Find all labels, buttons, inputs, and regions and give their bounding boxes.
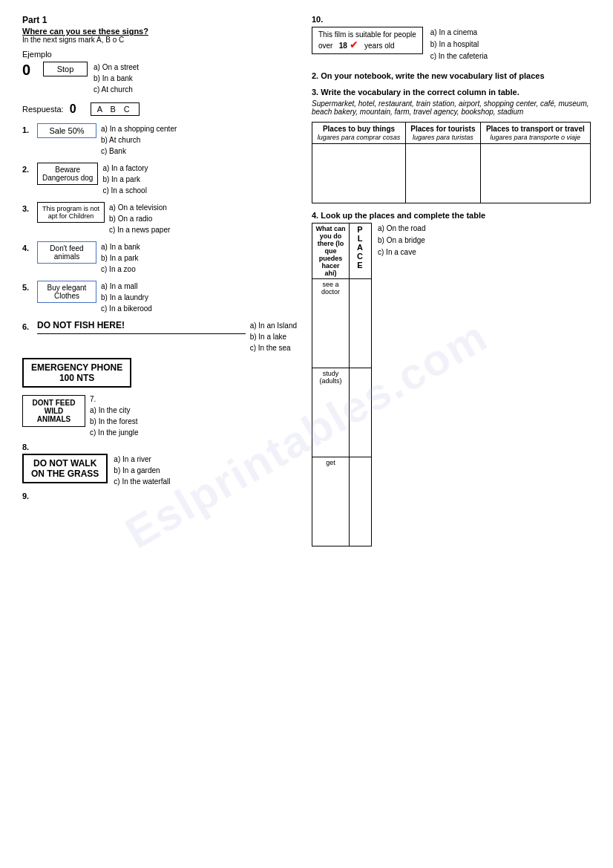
q7-dontfeed-sign: DONT FEED WILD ANIMALS bbox=[22, 395, 85, 427]
part1-subtitle: In the next signs mark A, B o C bbox=[22, 36, 297, 44]
q2-title: 2. On your notebook, write the new vocab… bbox=[312, 71, 591, 80]
q8-options: a) In a river b) In a garden c) In the w… bbox=[114, 454, 170, 487]
ejemplo-option-b: b) In a bank bbox=[94, 73, 139, 84]
q2-sign: Beware Dangerous dog bbox=[37, 163, 98, 185]
q3-option-c: c) In a news paper bbox=[109, 224, 170, 235]
q8-option-c: c) In the waterfall bbox=[114, 476, 170, 487]
emergency-line2: 100 NTS bbox=[31, 373, 122, 383]
right-column: 10. This film is suitable for peopleover… bbox=[312, 15, 591, 554]
page-container: Part 1 Where can you see these signs? In… bbox=[22, 15, 591, 554]
q3-title: 3. Write the vocabulary in the correct c… bbox=[312, 88, 591, 97]
q2-option-a: a) In a factory bbox=[102, 163, 148, 174]
q1-option-b: b) At church bbox=[101, 134, 177, 146]
q1-sign: Sale 50% bbox=[37, 123, 96, 138]
place-row-1: see a doctor bbox=[312, 279, 350, 368]
film-option-a: a) In a cinema bbox=[430, 27, 488, 39]
emergency-line1: EMERGENCY PHONE bbox=[31, 362, 122, 373]
question-2: 2. Beware Dangerous dog a) In a factory … bbox=[22, 163, 297, 196]
q6-options: a) In an Island b) In a lake c) In the s… bbox=[250, 320, 297, 353]
vocab-list: Supermarket, hotel, restaurant, train st… bbox=[312, 99, 591, 116]
q8-number: 8. bbox=[22, 443, 297, 451]
q7-option-c: c) In the jungle bbox=[90, 427, 139, 438]
q4-option-b: b) In a park bbox=[101, 252, 140, 264]
q5-sign: Buy elegant Clothes bbox=[37, 281, 96, 303]
q8-sign-line1: DO NOT WALK bbox=[31, 458, 99, 469]
q6-number: 6. bbox=[22, 320, 33, 331]
place-option-a: a) On the road bbox=[378, 223, 425, 235]
place-option-c: c) In a cave bbox=[378, 247, 425, 258]
film-box-text: This film is suitable for peopleover 18 … bbox=[318, 30, 416, 50]
film-box: This film is suitable for peopleover 18 … bbox=[312, 27, 423, 54]
respuesta-abc: A B C bbox=[91, 102, 140, 116]
q8-option-b: b) In a garden bbox=[114, 465, 170, 476]
q4-sign: Don't feed animals bbox=[37, 241, 96, 264]
film-option-b: b) In a hospital bbox=[430, 39, 488, 50]
vocab-col3-header: Places to transport or travel lugares pa… bbox=[480, 123, 590, 144]
q3-number: 3. bbox=[22, 202, 33, 213]
question-1: 1. Sale 50% a) In a shopping center b) A… bbox=[22, 123, 297, 157]
vocab-cell-1 bbox=[312, 144, 406, 203]
respuesta-row: Respuesta: 0 A B C bbox=[22, 102, 297, 116]
ejemplo-option-a: a) On a street bbox=[94, 62, 139, 73]
q2-options: a) In a factory b) In a park c) In a sch… bbox=[102, 163, 148, 196]
q7-dontfeed-line3: ANIMALS bbox=[29, 415, 79, 423]
film-row: This film is suitable for peopleover 18 … bbox=[312, 27, 591, 62]
section-10: 10. This film is suitable for peopleover… bbox=[312, 15, 591, 62]
section-4: 4. Look up the places and complete the t… bbox=[312, 211, 591, 546]
q6-sign: DO NOT FISH HERE! bbox=[37, 320, 246, 330]
place-options: a) On the road b) On a bridge c) In a ca… bbox=[378, 223, 425, 258]
q5-option-a: a) In a mall bbox=[101, 281, 152, 292]
q1-options: a) In a shopping center b) At church c) … bbox=[101, 123, 177, 157]
ejemplo-options: a) On a street b) In a bank c) At church bbox=[94, 62, 139, 95]
q2-option-c: c) In a school bbox=[102, 185, 148, 196]
q2-number: 2. bbox=[22, 163, 33, 174]
place-row-1-place bbox=[350, 279, 372, 368]
q5-option-b: b) In a laundry bbox=[101, 292, 152, 303]
ejemplo-option-c: c) At church bbox=[94, 84, 139, 95]
q1-option-c: c) Bank bbox=[101, 146, 177, 157]
emergency-box: EMERGENCY PHONE 100 NTS bbox=[22, 358, 131, 388]
vocab-cell-2 bbox=[406, 144, 481, 203]
place-row-2-place bbox=[350, 368, 372, 457]
q4-option-a: a) In a bank bbox=[101, 241, 140, 252]
q10-label: 10. bbox=[312, 15, 591, 24]
place-row-3-place bbox=[350, 457, 372, 546]
q3-option-a: a) On a television bbox=[109, 202, 170, 213]
question-6: 6. DO NOT FISH HERE! a) In an Island b) … bbox=[22, 320, 297, 353]
q8-sign: DO NOT WALK ON THE GRASS bbox=[22, 454, 108, 483]
q7-option-a: a) In the city bbox=[90, 405, 139, 416]
ejemplo-sign: Stop bbox=[43, 62, 88, 76]
q8-option-a: a) In a river bbox=[114, 454, 170, 465]
vocab-table: Places to buy things lugares para compra… bbox=[312, 122, 591, 203]
vocab-col2-header: Places for tourists lugares para turista… bbox=[406, 123, 481, 144]
part1-title: Where can you see these signs? bbox=[22, 27, 297, 36]
film-option-c: c) In the cafeteria bbox=[430, 50, 488, 62]
q3-options: a) On a television b) On a radio c) In a… bbox=[109, 202, 170, 235]
vocab-cell-3 bbox=[480, 144, 590, 203]
question-3: 3. This program is not apt for Children … bbox=[22, 202, 297, 235]
q4-option-c: c) In a zoo bbox=[101, 264, 140, 275]
place-table-section: What can you do there (lo que puedes hac… bbox=[312, 223, 591, 546]
q7-options: a) In the city b) In the forest c) In th… bbox=[90, 405, 139, 438]
q6-option-b: b) In a lake bbox=[250, 331, 297, 342]
q6-option-a: a) In an Island bbox=[250, 320, 297, 331]
q8-sign-line2: ON THE GRASS bbox=[31, 469, 99, 479]
place-col1-header: What can you do there (lo que puedes hac… bbox=[312, 223, 350, 279]
q9-label: 9. bbox=[22, 492, 297, 500]
film-options: a) In a cinema b) In a hospital c) In th… bbox=[430, 27, 488, 62]
question-4: 4. Don't feed animals a) In a bank b) In… bbox=[22, 241, 297, 275]
q3-sign: This program is not apt for Children bbox=[37, 202, 105, 223]
q6-option-c: c) In the sea bbox=[250, 342, 297, 353]
section-2: 2. On your notebook, write the new vocab… bbox=[312, 71, 591, 80]
q5-number: 5. bbox=[22, 281, 33, 292]
place-row-3: get bbox=[312, 457, 350, 546]
q4-number: 4. bbox=[22, 241, 33, 252]
q2-option-b: b) In a park bbox=[102, 174, 148, 185]
q7-option-b: b) In the forest bbox=[90, 416, 139, 427]
q7-dontfeed-line1: DONT FEED bbox=[29, 399, 79, 407]
part1-label: Part 1 bbox=[22, 15, 297, 25]
left-column: Part 1 Where can you see these signs? In… bbox=[22, 15, 297, 554]
ejemplo-row: 0 Stop a) On a street b) In a bank c) At… bbox=[22, 62, 297, 95]
q1-number: 1. bbox=[22, 123, 33, 134]
q7-dontfeed-line2: WILD bbox=[29, 407, 79, 415]
